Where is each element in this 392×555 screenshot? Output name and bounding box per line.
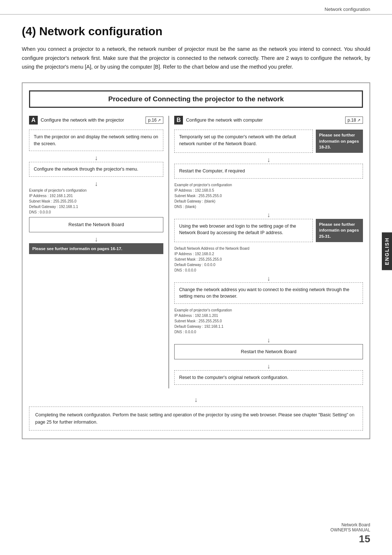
arrow-bottom: ↓ [29,396,363,403]
page-number: 15 [330,533,370,545]
col-b-page-ref: p.18 [345,117,363,124]
step-b4-restart: Restart the Network Board [174,344,363,359]
header-label: Network configuration [324,7,370,12]
diagram-title: Procedure of Connecting the projector to… [29,90,363,108]
side-tab-english: ENGLISH [382,232,392,270]
example-config-a: Example of projector's configuration IP … [29,188,163,215]
page-footer: Network Board OWNER'S MANUAL 15 [330,522,370,545]
row-b2: Using the web browser and login to the s… [174,219,363,242]
step-b1: Temporarily set up the computer's networ… [174,130,313,153]
columns-container: A Configure the network with the project… [29,116,363,389]
intro-paragraph: When you connect a projector to a networ… [22,45,370,72]
step-a2: Configure the network through the projec… [29,162,163,177]
col-b-label: B [174,116,183,125]
arrow-a3: ↓ [29,236,163,242]
merge-area: ↓ Completing the network configuration. … [29,392,363,430]
page-header: Network configuration [0,0,392,15]
step-a1: Turn the projector on and display the ne… [29,130,163,151]
arrow-b5: ↓ [174,363,363,370]
row-b1: Temporarily set up the computer's networ… [174,130,363,153]
note-a: Please see further informatin on pages 1… [29,243,163,254]
chapter-title: (4) Network configuration [22,25,370,38]
footer-label1: Network Board [330,522,370,527]
arrow-a2: ↓ [29,180,163,187]
col-b-header: B Configure the network with computer p.… [174,116,363,125]
step-b5: Reset to the computer's original network… [174,370,363,385]
arrow-b3: ↓ [174,275,363,282]
step-b3: Change the network address you want to c… [174,282,363,304]
footer-label2: OWNER'S MANUAL [330,527,370,532]
bottom-step: Completing the network configuration. Pe… [29,407,363,430]
row-b3: Change the network address you want to c… [174,282,363,304]
main-content: (4) Network configuration When you conne… [0,15,392,461]
diagram-box: Procedure of Connecting the projector to… [22,82,370,440]
col-a-header: A Configure the network with the project… [29,116,163,125]
column-b: B Configure the network with computer p.… [169,116,363,389]
step-a3-restart: Restart the Network Board [29,217,163,232]
note-b1: Please see further informatin on pages 1… [316,130,363,153]
col-a-label: A [29,116,38,125]
note-b2: Please see further informatin on pages 2… [316,219,363,242]
arrow-b2: ↓ [174,212,363,218]
column-a: A Configure the network with the project… [29,116,169,389]
arrow-b4: ↓ [174,337,363,343]
arrow-a1: ↓ [29,155,163,161]
arrow-b1: ↓ [174,156,363,163]
col-a-header-text: Configure the network with the projector [41,117,140,123]
example-config-b3: Example of projector's configuration IP … [174,307,363,335]
example-config-b2: Default Network Address of the Network B… [174,246,363,273]
step-b1b: Restart the Computer, if required [174,164,363,179]
col-b-header-text: Configure the network with computer [186,117,340,123]
step-b2: Using the web browser and login to the s… [174,219,313,242]
col-a-page-ref: p.16 [146,117,163,124]
example-config-b1: Example of projector's configuration IP … [174,182,363,209]
